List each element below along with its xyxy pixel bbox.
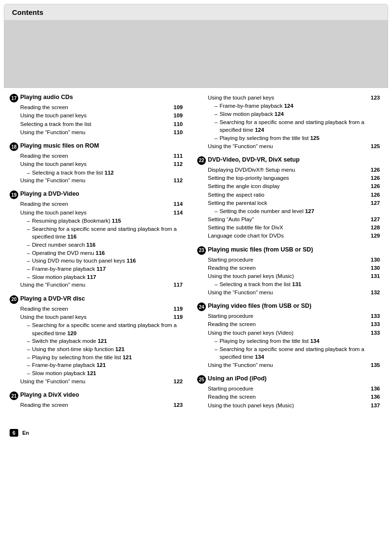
page-header: Contents <box>0 4 392 88</box>
list-item: Using the “Function” menu 110 <box>20 128 183 137</box>
section-25: 25 Using an iPod (iPod) Starting procedu… <box>197 375 380 410</box>
list-item: Starting procedure 136 <box>208 385 380 393</box>
entry-text: Using the touch panel keys <box>20 209 172 217</box>
entry-text: Selecting a track from the list <box>20 120 172 128</box>
list-item: – Using DVD menu by touch panel keys 116 <box>27 257 183 265</box>
dash-symbol: – <box>215 207 217 215</box>
section-entries: Reading the screen 114 Using the touch p… <box>20 200 183 289</box>
entry-num: 109 <box>174 112 183 120</box>
list-item: Displaying DVD/DivX® Setup menu 126 <box>208 166 380 174</box>
entry-num: 123 <box>174 401 183 409</box>
entry-num: 136 <box>371 393 380 401</box>
entry-num: 111 <box>174 152 183 160</box>
entry-text: Playing by selecting from the title list… <box>32 353 183 362</box>
entry-num: 123 <box>371 94 380 102</box>
section-number: 18 <box>10 142 18 151</box>
entry-text: Reading the screen <box>208 320 369 328</box>
section-title: 25 Using an iPod (iPod) <box>197 375 380 384</box>
section-title-text: Playing a DVD-Video <box>20 190 79 197</box>
section-title-text: DVD-Video, DVD-VR, DivX setup <box>208 156 300 163</box>
entry-text: Using the touch panel keys <box>20 112 172 120</box>
section-title-text: Playing video files (from USB or SD) <box>208 302 311 309</box>
left-column: 17 Playing audio CDs Reading the screen … <box>10 94 192 416</box>
section-entries: Using the touch panel keys 123 – Frame-b… <box>208 94 380 151</box>
list-item: Using the “Function” menu 117 <box>20 281 183 289</box>
section-entries: Reading the screen 109 Using the touch p… <box>20 103 183 137</box>
entry-text: Playing by selecting from the title list… <box>219 134 380 142</box>
section-entries: Starting procedure 136 Reading the scree… <box>208 385 380 410</box>
section-22: 22 DVD-Video, DVD-VR, DivX setup Display… <box>197 156 380 240</box>
list-item: Using the “Function” menu 135 <box>208 361 380 369</box>
page-lang: En <box>22 430 29 436</box>
section-24: 24 Playing video files (from USB or SD) … <box>197 302 380 369</box>
list-item: Reading the screen 136 <box>208 393 380 401</box>
list-item: – Selecting a track from the list 112 <box>27 169 183 177</box>
dash-symbol: – <box>215 337 217 345</box>
dash-symbol: – <box>27 169 30 177</box>
section-title: 17 Playing audio CDs <box>10 94 183 102</box>
entry-num: 112 <box>104 170 114 176</box>
entry-num: 116 <box>96 250 105 256</box>
list-item: – Slow motion playback 117 <box>27 273 183 281</box>
entry-num: 117 <box>97 266 106 272</box>
list-item: – Searching for a specific scene and sta… <box>27 321 183 337</box>
entry-num: 117 <box>174 281 183 289</box>
entry-text: Operating the DVD menu 116 <box>32 249 183 257</box>
section-title: 22 DVD-Video, DVD-VR, DivX setup <box>197 156 380 165</box>
list-item: Using the touch panel keys 109 <box>20 112 183 120</box>
entry-text: Reading the screen <box>20 401 172 409</box>
entry-text: Using the touch panel keys <box>20 313 172 321</box>
list-item: Using the touch panel keys 114 <box>20 209 183 217</box>
section-title: 23 Playing music files (from USB or SD) <box>197 246 380 255</box>
entry-num: 125 <box>371 142 380 151</box>
entry-num: 110 <box>174 128 183 137</box>
list-item: – Resuming playback (Bookmark) 115 <box>27 217 183 225</box>
entry-text: Setting the parental lock <box>208 199 369 207</box>
entry-text: Starting procedure <box>208 385 369 393</box>
list-item: Using the “Function” menu 125 <box>208 142 380 151</box>
section-19: 19 Playing a DVD-Video Reading the scree… <box>10 190 183 289</box>
entry-num: 115 <box>112 218 121 224</box>
list-item: Using the touch panel keys 112 <box>20 160 183 168</box>
entry-num: 114 <box>174 200 183 208</box>
list-item: Reading the screen 114 <box>20 200 183 208</box>
entry-text: Slow motion playback 121 <box>32 369 183 378</box>
entry-text: Reading the screen <box>208 264 369 272</box>
entry-text: Slow motion playback 124 <box>219 110 380 118</box>
entry-num: 117 <box>87 274 96 280</box>
entry-text: Setting the top-priority languages <box>208 174 369 182</box>
entry-num: 116 <box>67 234 76 239</box>
section-entries: Reading the screen 123 <box>20 401 183 409</box>
entry-text: Setting “Auto Play” <box>208 215 369 224</box>
dash-symbol: – <box>27 369 30 378</box>
section-number: 21 <box>10 391 18 400</box>
section-18: 18 Playing music files on ROM Reading th… <box>10 142 183 185</box>
entry-text: Using the touch panel keys (Music) <box>208 402 369 410</box>
entry-text: Direct number search 116 <box>32 241 183 249</box>
entry-text: Switch the playback mode 121 <box>32 337 183 345</box>
entry-text: Reading the screen <box>20 152 172 160</box>
entry-text: Using the “Function” menu <box>208 142 369 151</box>
entry-text: Reading the screen <box>20 103 172 112</box>
section-number: 22 <box>197 156 206 165</box>
entry-text: Using the “Function” menu <box>20 378 172 386</box>
entry-num: 109 <box>174 103 183 112</box>
entry-text: Starting procedure <box>208 256 369 264</box>
list-item: – Playing by selecting from the title li… <box>27 353 183 362</box>
list-item: Using the touch panel keys (Music) 131 <box>208 272 380 280</box>
list-item: – Playing by selecting from the title li… <box>215 134 380 142</box>
list-item: Starting procedure 133 <box>208 312 380 320</box>
dash-symbol: – <box>27 257 30 265</box>
list-item: Setting “Auto Play” 127 <box>208 215 380 224</box>
section-number: 25 <box>197 375 206 384</box>
entry-num: 132 <box>371 289 380 297</box>
entry-text: Searching for a specific scene and start… <box>219 118 380 134</box>
entry-num: 121 <box>97 362 106 368</box>
entry-num: 127 <box>371 215 380 224</box>
section-title-text: Using an iPod (iPod) <box>208 375 266 382</box>
entry-num: 126 <box>371 191 380 199</box>
entry-num: 126 <box>371 174 380 182</box>
entry-num: 133 <box>371 312 380 320</box>
dash-symbol: – <box>27 345 30 353</box>
entry-num: 121 <box>98 338 107 344</box>
